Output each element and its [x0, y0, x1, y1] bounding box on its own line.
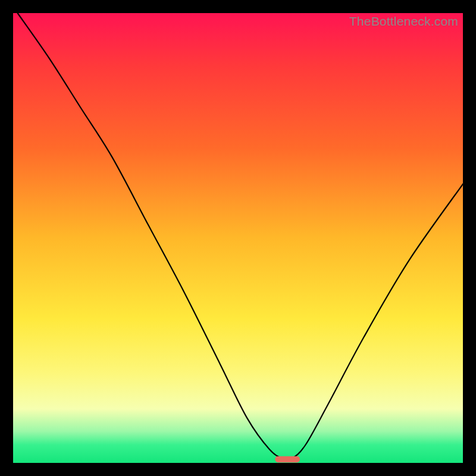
plot-area: TheBottleneck.com: [13, 13, 463, 463]
bottleneck-curve: [18, 13, 463, 460]
minimum-marker: [275, 456, 300, 463]
chart-frame: TheBottleneck.com: [0, 0, 476, 476]
curve-overlay: [13, 13, 463, 463]
